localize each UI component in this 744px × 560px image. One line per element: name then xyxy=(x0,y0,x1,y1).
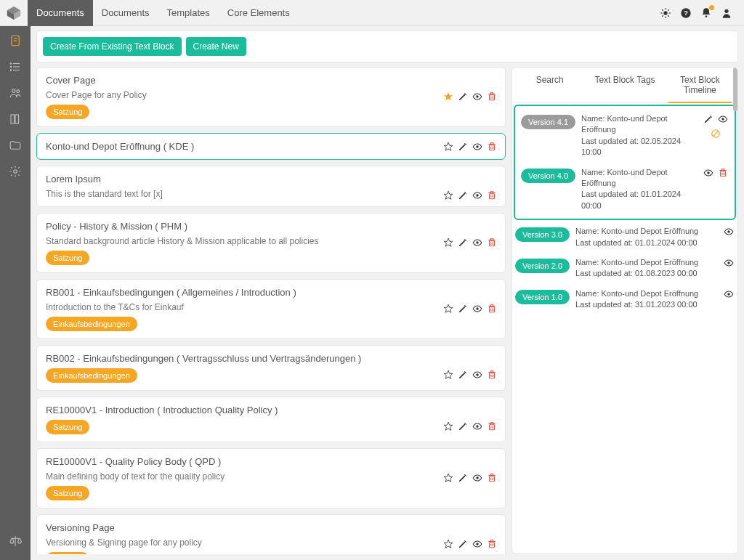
theme-toggle-icon[interactable] xyxy=(655,3,676,23)
svg-rect-52 xyxy=(490,192,493,193)
notifications-icon[interactable] xyxy=(696,3,716,23)
edit-icon[interactable] xyxy=(457,237,469,248)
star-icon[interactable] xyxy=(442,369,454,381)
star-icon[interactable] xyxy=(442,421,454,432)
version-row[interactable]: Version 4.1Name: Konto-und Depot Eröffnu… xyxy=(518,109,732,163)
card-tag[interactable]: Satzung xyxy=(46,105,89,119)
view-icon[interactable] xyxy=(717,113,729,125)
star-icon[interactable] xyxy=(442,538,454,550)
edit-icon[interactable] xyxy=(457,538,469,550)
create-from-existing-button[interactable]: Create From Existing Text Block xyxy=(43,37,182,56)
version-row[interactable]: Version 4.0Name: Konto-und Depot Eröffnu… xyxy=(518,163,732,216)
text-block-card[interactable]: RB002 - Einkaufsbedingungen ( Vertragssc… xyxy=(36,345,506,391)
create-new-button[interactable]: Create New xyxy=(186,37,246,56)
delete-icon[interactable] xyxy=(486,141,498,153)
view-icon[interactable] xyxy=(472,538,483,550)
view-icon[interactable] xyxy=(703,167,714,179)
app-logo[interactable] xyxy=(0,0,28,26)
card-tag[interactable]: Einkaufsbedingungen xyxy=(46,368,137,383)
card-title: RB001 - Einkaufsbedingungen ( Allgemeine… xyxy=(46,287,496,298)
svg-rect-83 xyxy=(490,476,495,482)
edit-icon[interactable] xyxy=(457,421,469,432)
text-block-card[interactable]: Cover PageCover Page for any PolicySatzu… xyxy=(36,67,506,127)
svg-point-89 xyxy=(476,543,479,545)
delete-icon[interactable] xyxy=(486,472,498,484)
topnav-tab-documents[interactable]: Documents xyxy=(93,0,158,26)
view-icon[interactable] xyxy=(723,226,735,238)
view-icon[interactable] xyxy=(472,190,483,201)
view-icon[interactable] xyxy=(472,421,483,432)
edit-icon[interactable] xyxy=(457,141,469,153)
topnav-tab-documents-main[interactable]: Documents xyxy=(28,0,93,26)
help-icon[interactable]: ? xyxy=(676,3,696,23)
topnav-tab-templates[interactable]: Templates xyxy=(158,0,219,26)
blocked-icon xyxy=(710,128,721,139)
view-icon[interactable] xyxy=(472,303,483,315)
text-block-card[interactable]: Konto-und Depot Eröffnung ( KDE ) xyxy=(36,133,506,160)
delete-icon[interactable] xyxy=(486,369,498,381)
card-tag[interactable]: Satzung xyxy=(46,251,89,265)
text-block-card[interactable]: RE10000V1 - Introduction ( Introduction … xyxy=(36,397,506,442)
sidebar-folder-icon[interactable] xyxy=(8,138,23,153)
text-block-card[interactable]: RE10000V1 - Quality Policy Body ( QPD )M… xyxy=(36,448,506,508)
sidebar-balance-icon[interactable] xyxy=(8,534,23,548)
version-row[interactable]: Version 3.0Name: Konto-und Depot Eröffnu… xyxy=(512,222,737,253)
text-block-card[interactable]: Versioning PageVersioning & Signing page… xyxy=(36,514,506,554)
sidebar-list-icon[interactable] xyxy=(8,60,23,74)
version-row[interactable]: Version 2.0Name: Konto-und Depot Eröffnu… xyxy=(512,253,737,284)
delete-icon[interactable] xyxy=(486,190,498,201)
card-title: RE10000V1 - Introduction ( Introduction … xyxy=(46,405,496,415)
delete-icon[interactable] xyxy=(486,303,498,315)
view-icon[interactable] xyxy=(472,369,483,381)
delete-icon[interactable] xyxy=(486,237,498,248)
svg-rect-66 xyxy=(490,305,493,307)
svg-point-40 xyxy=(476,145,479,148)
star-icon[interactable] xyxy=(442,91,454,102)
right-tab-search[interactable]: Search xyxy=(512,68,587,102)
edit-icon[interactable] xyxy=(703,113,714,125)
svg-rect-45 xyxy=(490,143,493,145)
version-badge: Version 4.1 xyxy=(521,115,575,129)
svg-line-10 xyxy=(662,15,663,16)
star-icon[interactable] xyxy=(442,472,454,484)
card-tag[interactable]: Einkaufsbedingungen xyxy=(46,317,137,331)
star-icon[interactable] xyxy=(442,303,454,315)
scrollbar[interactable] xyxy=(733,68,737,111)
topnav-tab-core-elements[interactable]: Core Elements xyxy=(219,0,299,26)
card-tag[interactable]: Satzung xyxy=(46,486,89,500)
star-icon[interactable] xyxy=(442,190,454,201)
text-block-card[interactable]: Policy - History & Mission ( PHM )Standa… xyxy=(36,213,506,273)
view-icon[interactable] xyxy=(472,237,483,248)
star-icon[interactable] xyxy=(442,141,454,153)
view-icon[interactable] xyxy=(723,257,735,269)
sidebar-document-icon[interactable] xyxy=(8,33,23,48)
version-row[interactable]: Version 1.0Name: Konto-und Depot Eröffnu… xyxy=(512,284,737,315)
version-actions xyxy=(723,288,735,300)
edit-icon[interactable] xyxy=(457,190,469,201)
user-icon[interactable] xyxy=(716,3,737,23)
text-block-card[interactable]: Lorem IpsumThis is the standard text for… xyxy=(36,166,506,207)
view-icon[interactable] xyxy=(472,472,483,484)
sidebar-users-icon[interactable] xyxy=(8,86,23,100)
edit-icon[interactable] xyxy=(457,472,469,484)
edit-icon[interactable] xyxy=(457,303,469,315)
right-tab-timeline[interactable]: Text Block Timeline xyxy=(663,68,737,102)
view-icon[interactable] xyxy=(472,91,483,102)
action-bar: Create From Existing Text Block Create N… xyxy=(36,31,738,62)
delete-icon[interactable] xyxy=(486,421,498,432)
view-icon[interactable] xyxy=(472,141,483,153)
card-tag[interactable]: Satzung xyxy=(46,552,89,554)
text-block-card[interactable]: RB001 - Einkaufsbedingungen ( Allgemeine… xyxy=(36,279,506,339)
content-row: Cover PageCover Page for any PolicySatzu… xyxy=(36,67,738,554)
sidebar-library-icon[interactable] xyxy=(8,112,23,126)
delete-icon[interactable] xyxy=(486,91,498,102)
edit-icon[interactable] xyxy=(457,91,469,102)
sidebar-settings-icon[interactable] xyxy=(8,164,23,179)
edit-icon[interactable] xyxy=(457,369,469,381)
card-tag[interactable]: Satzung xyxy=(46,420,89,434)
view-icon[interactable] xyxy=(723,288,735,300)
delete-icon[interactable] xyxy=(717,167,729,179)
right-tab-tags[interactable]: Text Block Tags xyxy=(587,68,662,102)
delete-icon[interactable] xyxy=(486,538,498,550)
star-icon[interactable] xyxy=(442,237,454,248)
